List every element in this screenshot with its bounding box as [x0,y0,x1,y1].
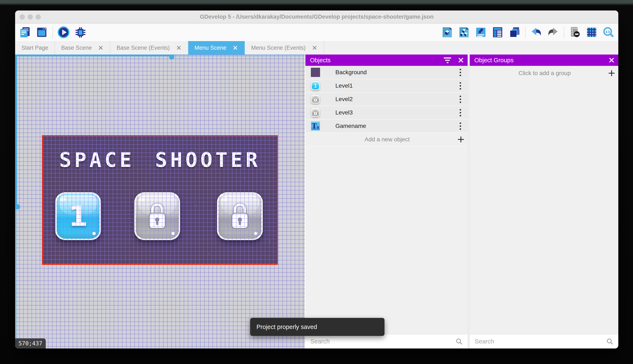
plus-icon[interactable] [605,68,618,79]
horizontal-scroll-knob[interactable] [169,54,174,60]
tab-label: Base Scene [61,45,92,51]
close-tab-icon[interactable] [176,45,182,50]
objects-editor-icon[interactable] [441,26,453,38]
add-object-label: Add a new object [305,136,454,143]
level1-button-object[interactable]: 1 [55,192,101,240]
add-new-object-row[interactable]: Add a new object [305,133,468,146]
vertical-scrollbar[interactable] [15,54,17,348]
tab-label: Start Page [22,45,48,51]
horizontal-scrollbar[interactable] [15,54,305,56]
object-name: Gamename [335,123,453,129]
filter-icon[interactable] [441,54,454,66]
toolbar-separator [53,26,53,38]
background-thumbnail [311,68,320,77]
object-row-level1[interactable]: 1 Level1 [305,79,468,93]
level1-number: 1 [68,200,88,232]
tab-base-scene[interactable]: Base Scene [55,41,110,54]
toolbar-separator [564,26,564,38]
properties-pencil-icon[interactable] [475,26,487,38]
layers-icon[interactable] [508,26,520,38]
vertical-scroll-knob[interactable] [15,204,20,209]
instances-list-icon[interactable] [492,26,504,38]
lock-icon [146,201,169,231]
objects-search-bar [305,334,468,348]
undo-icon[interactable] [530,26,542,38]
object-row-gamename[interactable]: Tx Gamename [305,120,468,133]
lock-icon [313,110,318,116]
zoom-one-to-one-icon[interactable]: 1:1 [602,26,614,38]
redo-icon[interactable] [547,26,559,38]
text-object-thumbnail: Tx [311,121,320,131]
object-menu-kebab-icon[interactable] [453,109,468,116]
objects-panel-empty-space [305,146,468,334]
panel-divider [468,54,470,348]
level3-locked-button-object[interactable] [217,192,263,240]
object-name: Level2 [335,96,453,102]
toolbar-right-group: 1:1 [441,26,614,38]
preview-play-button[interactable] [58,26,70,38]
main-toolbar: 1:1 [15,24,618,41]
cursor-coordinates-badge: 570;437 [15,338,46,348]
object-groups-search-input[interactable] [470,334,606,348]
tab-menu-scene-events[interactable]: Menu Scene (Events) [245,41,324,54]
tab-label: Menu Scene (Events) [251,45,305,51]
plus-icon[interactable] [454,134,468,145]
lock-icon [313,96,318,102]
close-panel-icon[interactable] [454,54,468,66]
close-tab-icon[interactable] [98,45,104,50]
level1-thumbnail: 1 [311,81,320,90]
object-row-level3[interactable]: Level3 [305,106,468,120]
objects-search-input[interactable] [305,334,455,348]
zoom-ratio-label: 1:1 [605,30,610,33]
tab-label: Base Scene (Events) [117,45,170,51]
main-area: SPACE SHOOTER 1 [15,54,618,348]
object-menu-kebab-icon[interactable] [453,82,468,90]
debugger-bug-icon[interactable] [74,26,87,38]
tab-start-page[interactable]: Start Page [15,41,55,54]
search-icon[interactable] [606,338,614,345]
level3-locked-thumbnail [311,108,320,118]
maximize-window-button[interactable] [36,14,41,20]
object-groups-editor-icon[interactable] [458,26,470,38]
object-menu-kebab-icon[interactable] [453,69,468,76]
search-icon[interactable] [455,338,463,345]
add-group-row[interactable]: Click to add a group [470,66,618,80]
close-tab-icon[interactable] [312,45,317,50]
scene-window-icon[interactable] [36,26,48,38]
object-row-level2[interactable]: Level2 [305,93,468,106]
object-menu-kebab-icon[interactable] [453,96,468,103]
project-manager-icon[interactable] [19,26,31,38]
toolbar-left-group [19,26,87,38]
object-groups-empty-space [470,80,618,334]
tab-base-scene-events[interactable]: Base Scene (Events) [110,41,188,54]
game-scene-viewport: SPACE SHOOTER 1 [42,135,278,265]
close-panel-icon[interactable] [605,54,618,66]
objects-panel-header: Objects [305,54,468,66]
close-window-button[interactable] [20,14,25,20]
object-groups-panel-header: Object Groups [470,54,618,66]
level2-locked-button-object[interactable] [134,192,180,240]
object-row-background[interactable]: Background [305,66,468,79]
app-window: GDevelop 5 - /Users/dkarakay/Documents/G… [15,10,618,348]
close-tab-icon[interactable] [232,45,238,50]
object-name: Background [335,69,453,76]
scene-tab-bar: Start Page Base Scene Base Scene (Events… [15,41,618,54]
lock-icon [228,201,251,231]
window-title: GDevelop 5 - /Users/dkarakay/Documents/G… [15,10,618,23]
object-menu-kebab-icon[interactable] [453,122,468,130]
game-title-text-object[interactable]: SPACE SHOOTER [43,148,277,172]
object-name: Level1 [335,82,453,89]
mask-preview-icon[interactable] [569,26,581,38]
level2-locked-thumbnail [311,94,320,104]
objects-panel: Objects Background 1 Level1 [305,54,468,348]
panel-title: Objects [305,57,441,64]
scene-editor-canvas[interactable]: SPACE SHOOTER 1 [15,54,305,348]
toolbar-separator [525,26,526,38]
add-group-label: Click to add a group [470,70,605,76]
tab-label: Menu Scene [195,45,226,51]
minimize-window-button[interactable] [28,14,33,20]
panel-title: Object Groups [470,57,605,64]
tab-menu-scene[interactable]: Menu Scene [188,41,245,54]
title-bar: GDevelop 5 - /Users/dkarakay/Documents/G… [15,10,618,24]
grid-toggle-icon[interactable] [585,26,598,38]
